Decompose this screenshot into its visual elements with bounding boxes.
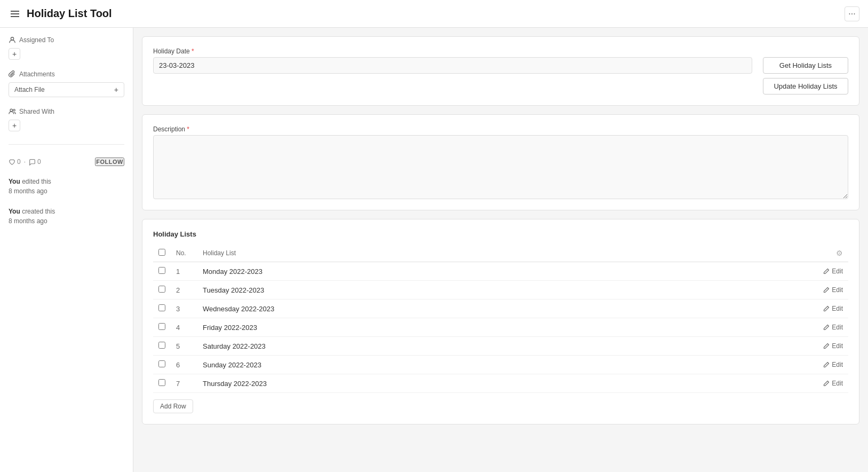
description-label: Description * (153, 125, 848, 133)
activity-row: 0 · 0 FOLLOW (9, 158, 124, 166)
row-edit-button[interactable]: Edit (811, 286, 843, 294)
row-edit-cell: Edit (806, 374, 848, 393)
row-number: 1 (171, 262, 197, 281)
row-checkbox-cell (153, 356, 171, 374)
row-checkbox[interactable] (158, 286, 165, 293)
row-checkbox-cell (153, 300, 171, 318)
get-holiday-lists-button[interactable]: Get Holiday Lists (763, 57, 848, 74)
row-holiday-list-name: Friday 2022-2023 (197, 318, 806, 337)
header-left: Holiday List Tool (9, 7, 112, 20)
row-checkbox[interactable] (158, 304, 165, 311)
shared-with-section: Shared With + (9, 108, 124, 131)
row-checkbox-cell (153, 281, 171, 300)
content-area: Holiday Date * Get Holiday Lists Update … (133, 28, 868, 472)
svg-point-0 (11, 37, 13, 40)
row-edit-button[interactable]: Edit (811, 361, 843, 368)
header: Holiday List Tool ··· (0, 0, 868, 28)
pencil-icon (823, 380, 830, 387)
table-row: 7 Thursday 2022-2023 Edit (153, 374, 848, 393)
table-row: 2 Tuesday 2022-2023 Edit (153, 281, 848, 300)
pencil-icon (823, 305, 830, 312)
update-holiday-lists-button[interactable]: Update Holiday Lists (763, 78, 848, 95)
table-row: 6 Sunday 2022-2023 Edit (153, 356, 848, 374)
svg-point-2 (13, 109, 15, 112)
pencil-icon (823, 343, 830, 349)
activity-counts: 0 · 0 (9, 158, 41, 166)
user-icon (9, 36, 16, 44)
table-header-row: No. Holiday List ⚙ (153, 245, 848, 262)
comment-icon (29, 159, 36, 166)
row-checkbox-cell (153, 374, 171, 393)
pencil-icon (823, 324, 830, 331)
shared-with-label: Shared With (9, 108, 124, 115)
row-checkbox-cell (153, 337, 171, 356)
assigned-to-section: Assigned To + (9, 36, 124, 60)
add-row-button[interactable]: Add Row (153, 399, 193, 413)
holiday-date-input[interactable] (153, 57, 752, 74)
select-all-header (153, 245, 171, 262)
row-holiday-list-name: Wednesday 2022-2023 (197, 300, 806, 318)
description-textarea[interactable] (153, 135, 848, 199)
row-holiday-list-name: Saturday 2022-2023 (197, 337, 806, 356)
created-info: You created this 8 months ago (9, 207, 124, 226)
table-row: 5 Saturday 2022-2023 Edit (153, 337, 848, 356)
holiday-date-card: Holiday Date * Get Holiday Lists Update … (142, 36, 859, 106)
row-checkbox[interactable] (158, 360, 165, 367)
likes-count: 0 (9, 158, 21, 166)
more-options-button[interactable]: ··· (845, 6, 859, 21)
row-edit-cell: Edit (806, 356, 848, 374)
description-card: Description * (142, 114, 859, 210)
follow-button[interactable]: FOLLOW (95, 158, 124, 166)
row-edit-button[interactable]: Edit (811, 342, 843, 350)
paperclip-icon (9, 70, 16, 78)
row-number: 5 (171, 337, 197, 356)
pencil-icon (823, 287, 830, 293)
row-number: 6 (171, 356, 197, 374)
heart-icon (9, 159, 15, 166)
attachments-section: Attachments Attach File + (9, 70, 124, 97)
attach-file-button[interactable]: Attach File + (9, 82, 124, 97)
row-checkbox[interactable] (158, 323, 165, 330)
row-edit-cell: Edit (806, 337, 848, 356)
row-holiday-list-name: Monday 2022-2023 (197, 262, 806, 281)
description-required-star: * (185, 125, 189, 133)
holiday-list-column-header: Holiday List (197, 245, 806, 262)
attach-plus-icon: + (114, 85, 118, 94)
holiday-date-row: Holiday Date * Get Holiday Lists Update … (153, 48, 848, 95)
add-assigned-to-button[interactable]: + (9, 48, 20, 60)
edited-info: You edited this 8 months ago (9, 177, 124, 196)
row-checkbox-cell (153, 318, 171, 337)
app-container: Holiday List Tool ··· Assigned To + (0, 0, 868, 472)
row-checkbox[interactable] (158, 342, 165, 349)
add-shared-with-button[interactable]: + (9, 120, 20, 131)
table-row: 4 Friday 2022-2023 Edit (153, 318, 848, 337)
row-number: 7 (171, 374, 197, 393)
holiday-date-label: Holiday Date * (153, 48, 752, 55)
comments-count: 0 (29, 158, 41, 166)
holiday-date-group: Holiday Date * (153, 48, 752, 74)
action-buttons: Get Holiday Lists Update Holiday Lists (763, 48, 848, 95)
row-edit-button[interactable]: Edit (811, 305, 843, 312)
row-edit-button[interactable]: Edit (811, 324, 843, 331)
table-settings-icon[interactable]: ⚙ (836, 249, 843, 257)
row-number: 2 (171, 281, 197, 300)
row-edit-cell: Edit (806, 281, 848, 300)
row-edit-button[interactable]: Edit (811, 380, 843, 387)
row-holiday-list-name: Sunday 2022-2023 (197, 356, 806, 374)
select-all-checkbox[interactable] (158, 249, 165, 256)
settings-column-header: ⚙ (806, 245, 848, 262)
row-number: 3 (171, 300, 197, 318)
row-edit-button[interactable]: Edit (811, 268, 843, 275)
required-star: * (190, 48, 194, 55)
pencil-icon (823, 268, 830, 274)
row-checkbox[interactable] (158, 267, 165, 274)
row-checkbox[interactable] (158, 379, 165, 386)
sidebar: Assigned To + Attachments Attach File + (0, 28, 133, 472)
holiday-lists-card: Holiday Lists No. Holiday List ⚙ (142, 219, 859, 424)
no-column-header: No. (171, 245, 197, 262)
description-group: Description * (153, 125, 848, 199)
row-holiday-list-name: Tuesday 2022-2023 (197, 281, 806, 300)
menu-icon[interactable] (9, 9, 21, 19)
holiday-lists-title: Holiday Lists (153, 230, 848, 238)
sidebar-divider (9, 144, 124, 145)
